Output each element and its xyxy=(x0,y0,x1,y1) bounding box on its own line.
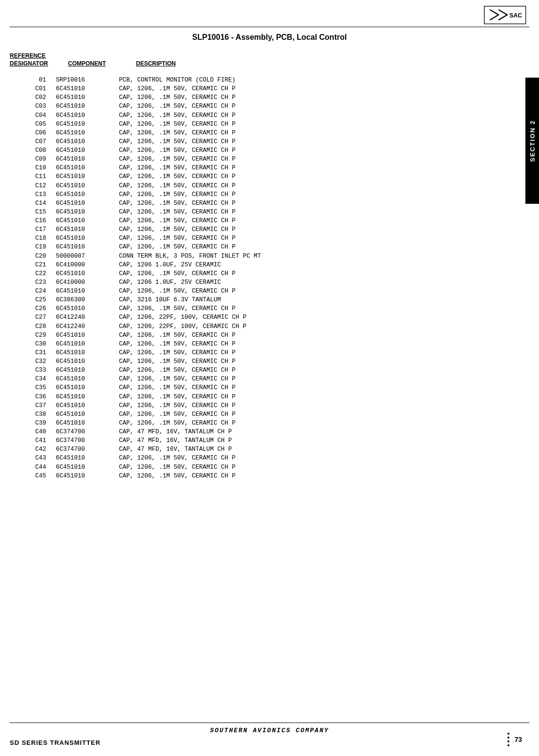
comp-cell: 6C451010 xyxy=(56,199,119,208)
bottom-rule xyxy=(10,723,529,723)
ref-cell: C36 xyxy=(10,393,56,401)
desc-cell: CAP, 1206, 22PF, 100V, CERAMIC CH P xyxy=(119,322,522,331)
desc-cell: CAP, 1206, .1M 50V, CERAMIC CH P xyxy=(119,383,522,392)
comp-cell: 6C451010 xyxy=(56,155,119,164)
dot-2 xyxy=(507,737,509,739)
desc-cell: CAP, 1206, .1M 50V, CERAMIC CH P xyxy=(119,111,522,120)
comp-cell: 6C451010 xyxy=(56,137,119,146)
ref-cell: C45 xyxy=(10,472,56,480)
comp-cell: 6C451010 xyxy=(56,366,119,375)
table-row: C196C451010CAP, 1206, .1M 50V, CERAMIC C… xyxy=(10,243,522,251)
table-row: C036C451010CAP, 1206, .1M 50V, CERAMIC C… xyxy=(10,102,522,111)
table-row: C306C451010CAP, 1206, .1M 50V, CERAMIC C… xyxy=(10,340,522,348)
table-row: C376C451010CAP, 1206, .1M 50V, CERAMIC C… xyxy=(10,401,522,410)
ref-cell: C24 xyxy=(10,287,56,296)
ref-cell: C04 xyxy=(10,111,56,120)
table-row: C386C451010CAP, 1206, .1M 50V, CERAMIC C… xyxy=(10,410,522,419)
desc-cell: CAP, 1206, .1M 50V, CERAMIC CH P xyxy=(119,331,522,340)
ref-cell: C31 xyxy=(10,348,56,357)
desc-cell: CAP, 1206, .1M 50V, CERAMIC CH P xyxy=(119,375,522,383)
table-row: C276C412240CAP, 1206, 22PF, 100V, CERAMI… xyxy=(10,313,522,322)
table-row: C226C451010CAP, 1206, .1M 50V, CERAMIC C… xyxy=(10,269,522,278)
desc-cell: CAP, 1206, .1M 50V, CERAMIC CH P xyxy=(119,287,522,296)
ref-cell: C06 xyxy=(10,129,56,137)
component-table: 01SRP10016PCB, CONTROL MONITOR (COLD FIR… xyxy=(10,76,522,480)
comp-cell: 6C451010 xyxy=(56,287,119,296)
ref-cell: C29 xyxy=(10,331,56,340)
table-row: C076C451010CAP, 1206, .1M 50V, CERAMIC C… xyxy=(10,137,522,146)
table-row: C136C451010CAP, 1206, .1M 50V, CERAMIC C… xyxy=(10,190,522,199)
footer-dots xyxy=(507,733,509,746)
table-row: C356C451010CAP, 1206, .1M 50V, CERAMIC C… xyxy=(10,383,522,392)
comp-cell: 6C451010 xyxy=(56,410,119,419)
ref-cell: C19 xyxy=(10,243,56,251)
table-row: C406C374700CAP, 47 MFD, 16V, TANTALUM CH… xyxy=(10,427,522,436)
desc-cell: CAP, 1206, .1M 50V, CERAMIC CH P xyxy=(119,454,522,462)
ref-cell: C44 xyxy=(10,463,56,472)
table-row: C336C451010CAP, 1206, .1M 50V, CERAMIC C… xyxy=(10,366,522,375)
desc-cell: CAP, 1206, .1M 50V, CERAMIC CH P xyxy=(119,216,522,225)
table-row: C426C374700CAP, 47 MFD, 16V, TANTALUM CH… xyxy=(10,445,522,454)
ref-cell: C34 xyxy=(10,375,56,383)
table-row: C016C451010CAP, 1206, .1M 50V, CERAMIC C… xyxy=(10,84,522,93)
ref-cell: C08 xyxy=(10,146,56,155)
table-row: C026C451010CAP, 1206, .1M 50V, CERAMIC C… xyxy=(10,93,522,102)
footer-company: SOUTHERN AVIONICS COMPANY xyxy=(0,727,539,734)
footer-right: 73 xyxy=(507,733,522,746)
ref-cell: C11 xyxy=(10,172,56,181)
ref-cell: C03 xyxy=(10,102,56,111)
table-row: C186C451010CAP, 1206, .1M 50V, CERAMIC C… xyxy=(10,234,522,243)
header-component: COMPONENT xyxy=(68,60,136,67)
comp-cell: 50000007 xyxy=(56,252,119,261)
dot-4 xyxy=(507,744,509,746)
table-row: C126C451010CAP, 1206, .1M 50V, CERAMIC C… xyxy=(10,181,522,190)
table-row: C056C451010CAP, 1206, .1M 50V, CERAMIC C… xyxy=(10,120,522,129)
table-row: C326C451010CAP, 1206, .1M 50V, CERAMIC C… xyxy=(10,357,522,366)
ref-cell: C33 xyxy=(10,366,56,375)
desc-cell: CAP, 1206, .1M 50V, CERAMIC CH P xyxy=(119,93,522,102)
header-designator: DESIGNATOR xyxy=(10,60,68,67)
desc-cell: CAP, 1206 1.0UF, 25V CERAMIC xyxy=(119,278,522,287)
desc-cell: CAP, 1206 1.0UF, 25V CERAMIC xyxy=(119,261,522,269)
comp-cell: 6C451010 xyxy=(56,401,119,410)
table-row: C046C451010CAP, 1206, .1M 50V, CERAMIC C… xyxy=(10,111,522,120)
desc-cell: CAP, 1206, .1M 50V, CERAMIC CH P xyxy=(119,190,522,199)
table-row: C116C451010CAP, 1206, .1M 50V, CERAMIC C… xyxy=(10,172,522,181)
desc-cell: CAP, 1206, .1M 50V, CERAMIC CH P xyxy=(119,340,522,348)
comp-cell: 6C451010 xyxy=(56,181,119,190)
ref-cell: C20 xyxy=(10,252,56,261)
column-headers: REFERENCE DESIGNATOR COMPONENT DESCRIPTI… xyxy=(10,52,522,67)
ref-cell: C07 xyxy=(10,137,56,146)
ref-cell: C26 xyxy=(10,304,56,313)
dot-3 xyxy=(507,740,509,742)
comp-cell: 6C451010 xyxy=(56,304,119,313)
table-row: C436C451010CAP, 1206, .1M 50V, CERAMIC C… xyxy=(10,454,522,462)
desc-cell: CAP, 47 MFD, 16V, TANTALUM CH P xyxy=(119,436,522,445)
comp-cell: 6C451010 xyxy=(56,419,119,427)
desc-cell: CAP, 1206, .1M 50V, CERAMIC CH P xyxy=(119,463,522,472)
ref-cell: C39 xyxy=(10,419,56,427)
ref-cell: 01 xyxy=(10,76,56,84)
ref-cell: C28 xyxy=(10,322,56,331)
comp-cell: 6C451010 xyxy=(56,208,119,216)
ref-cell: C27 xyxy=(10,313,56,322)
ref-cell: C37 xyxy=(10,401,56,410)
desc-cell: CAP, 1206, .1M 50V, CERAMIC CH P xyxy=(119,243,522,251)
desc-cell: CAP, 1206, .1M 50V, CERAMIC CH P xyxy=(119,357,522,366)
comp-cell: 6C451010 xyxy=(56,111,119,120)
table-row: 01SRP10016PCB, CONTROL MONITOR (COLD FIR… xyxy=(10,76,522,84)
table-row: C176C451010CAP, 1206, .1M 50V, CERAMIC C… xyxy=(10,225,522,234)
section-sidebar: SECTION 2 xyxy=(525,78,539,204)
ref-cell: C16 xyxy=(10,216,56,225)
table-row: C086C451010CAP, 1206, .1M 50V, CERAMIC C… xyxy=(10,146,522,155)
comp-cell: 6C451010 xyxy=(56,146,119,155)
desc-cell: CAP, 1206, .1M 50V, CERAMIC CH P xyxy=(119,155,522,164)
ref-cell: C18 xyxy=(10,234,56,243)
comp-cell: 6C374700 xyxy=(56,445,119,454)
table-row: C286C412240CAP, 1206, 22PF, 100V, CERAMI… xyxy=(10,322,522,331)
table-row: C2050000007CONN TERM BLK, 3 POS, FRONT I… xyxy=(10,252,522,261)
comp-cell: 6C451010 xyxy=(56,357,119,366)
comp-cell: 6C451010 xyxy=(56,172,119,181)
desc-cell: CAP, 1206, .1M 50V, CERAMIC CH P xyxy=(119,120,522,129)
page-title: SLP10016 - Assembly, PCB, Local Control xyxy=(0,33,539,42)
